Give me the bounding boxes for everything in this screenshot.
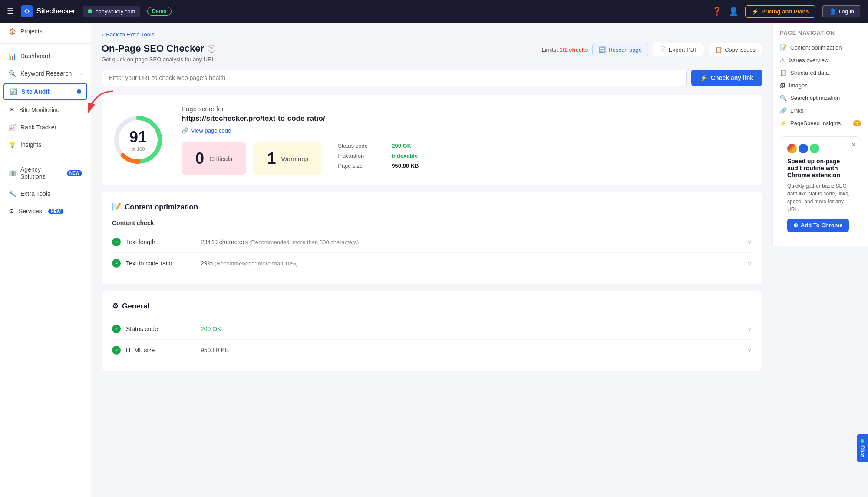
check-label: Check any link (711, 74, 753, 81)
score-of-label: of 100 (129, 146, 147, 152)
text-length-chevron-icon[interactable]: ∨ (747, 239, 752, 245)
limits-value[interactable]: 1/1 checks (560, 46, 588, 53)
keyword-research-chevron-icon: › (81, 71, 82, 76)
warnings-label: Warnings (281, 155, 308, 162)
check-brand-icon (810, 144, 819, 153)
score-number: 91 of 100 (129, 128, 147, 152)
page-nav-pagespeed[interactable]: ⚡ PageSpeed Insights 1 (780, 117, 861, 129)
sidebar-label-dashboard: Dashboard (20, 53, 50, 60)
copy-icon: 📋 (715, 46, 722, 53)
page-nav-search-optimization[interactable]: 🔍 Search optimization (780, 92, 861, 104)
sidebar-item-projects[interactable]: 🏠 Projects (0, 23, 91, 40)
url-input-row: ⚡ Check any link (102, 70, 762, 86)
logo[interactable]: Sitechecker (21, 5, 76, 17)
text-to-code-rec: (Recommended: more than 10%) (215, 260, 298, 267)
status-code-check-icon: ✓ (112, 325, 121, 333)
sidebar-item-rank-tracker[interactable]: 📈 Rank Tracker (0, 119, 91, 136)
copy-issues-button[interactable]: 📋 Copy issues (709, 43, 762, 56)
status-code-label: Status code (126, 325, 195, 332)
site-status-dot (88, 9, 92, 13)
pricing-button[interactable]: ⚡ Pricing and Plans (745, 5, 815, 18)
title-help-icon[interactable]: ? (208, 45, 215, 53)
stat-boxes: 0 Criticals 1 Warnings Status code 200 O… (182, 142, 752, 175)
dashboard-icon: 📊 (9, 53, 16, 60)
status-code-row: ✓ Status code 200 OK ∨ (112, 318, 752, 340)
logo-text: Sitechecker (36, 7, 76, 15)
html-size-row: ✓ HTML size 950.80 KB ∨ (112, 340, 752, 361)
page-nav-pagespeed-icon: ⚡ (780, 120, 787, 126)
content-optimization-title: 📝 Content optimization (112, 202, 752, 212)
page-nav-content-icon: 📝 (780, 44, 787, 51)
text-to-code-chevron-icon[interactable]: ∨ (747, 260, 752, 267)
chat-button[interactable]: Chat (857, 434, 868, 462)
export-label: Export PDF (669, 46, 698, 53)
score-details: Page score for https://sitechecker.pro/t… (182, 105, 752, 175)
projects-icon: 🏠 (9, 28, 16, 35)
login-button[interactable]: 👤 Log in (822, 5, 861, 18)
login-label: Log in (839, 8, 854, 15)
link-icon: 🔗 (182, 127, 188, 134)
services-icon: ⚙ (9, 208, 14, 215)
add-to-chrome-button[interactable]: ⊕ Add To Chrome (787, 219, 849, 232)
page-subtitle: Get quick on-page SEO analysis for any U… (102, 56, 215, 63)
status-code-chevron-icon[interactable]: ∨ (747, 325, 752, 332)
sidebar-item-dashboard[interactable]: 📊 Dashboard (0, 47, 91, 65)
page-header-left: On-Page SEO Checker ? Get quick on-page … (102, 43, 215, 63)
page-nav-images-icon: 🖼 (780, 82, 785, 89)
view-page-code-link[interactable]: 🔗 View page code (182, 127, 231, 134)
check-any-link-button[interactable]: ⚡ Check any link (691, 70, 762, 86)
chat-label: Chat (859, 445, 865, 457)
page-nav-links[interactable]: 🔗 Links (780, 104, 861, 117)
page-header: On-Page SEO Checker ? Get quick on-page … (102, 43, 762, 63)
sidebar-item-extra-tools[interactable]: 🔧 Extra Tools (0, 185, 91, 202)
export-pdf-button[interactable]: 📄 Export PDF (653, 43, 704, 56)
html-size-label: HTML size (126, 347, 195, 354)
sidebar-item-insights[interactable]: 💡 Insights (0, 136, 91, 153)
text-length-label: Text length (126, 239, 195, 245)
sidebar-label-extra-tools: Extra Tools (20, 190, 50, 197)
text-to-code-number: 29% (201, 260, 213, 267)
general-title: ⚙ General (112, 302, 752, 311)
warnings-box: 1 Warnings (253, 142, 322, 175)
extra-tools-icon: 🔧 (9, 190, 16, 197)
layout: 🏠 Projects 📊 Dashboard 🔍 Keyword Researc… (0, 23, 868, 497)
add-user-icon[interactable]: 👤 (729, 7, 738, 16)
page-nav-structured-icon: 📋 (780, 70, 787, 76)
sidebar-item-services[interactable]: ⚙ Services NEW (0, 202, 91, 220)
sidebar-item-agency-solutions[interactable]: 🏢 Agency Solutions NEW (0, 161, 91, 185)
sidebar-item-site-audit[interactable]: 🔄 Site Audit (3, 83, 87, 100)
agency-solutions-icon: 🏢 (9, 169, 16, 176)
page-nav-title: Page navigation (780, 30, 861, 36)
text-length-rec: (Recommended: more than 500 characters) (249, 239, 359, 245)
sidebar: 🏠 Projects 📊 Dashboard 🔍 Keyword Researc… (0, 23, 91, 497)
site-selector[interactable]: copywritely.com (83, 6, 141, 17)
help-icon[interactable]: ❓ (712, 7, 722, 16)
indexation-value: Indexable (392, 152, 418, 159)
chrome-brand-icon (787, 144, 797, 153)
html-size-chevron-icon[interactable]: ∨ (747, 347, 752, 354)
page-size-key: Page size (338, 162, 381, 169)
logo-icon (21, 5, 33, 17)
page-nav-panel: Page navigation 📝 Content optimization ⚠… (772, 23, 868, 246)
url-input[interactable] (102, 70, 687, 86)
sidebar-item-keyword-research[interactable]: 🔍 Keyword Research › (0, 65, 91, 82)
hamburger-menu[interactable]: ☰ (7, 7, 14, 16)
page-nav-structured-data[interactable]: 📋 Structured data (780, 66, 861, 79)
main-inner: ‹ Back to Extra Tools On-Page SEO Checke… (102, 31, 762, 371)
page-score-label: Page score for (182, 105, 752, 113)
page-nav-images[interactable]: 🖼 Images (780, 79, 861, 92)
sidebar-label-agency-solutions: Agency Solutions (20, 166, 61, 180)
sidebar-item-site-monitoring[interactable]: 👁 Site Monitoring (0, 101, 91, 119)
page-nav-issues-overview[interactable]: ⚠ Issues overview (780, 54, 861, 66)
sidebar-label-keyword-research: Keyword Research (20, 70, 72, 77)
rescan-icon: 🔄 (599, 46, 606, 53)
status-code-value: 200 OK (392, 142, 411, 149)
back-link[interactable]: Back to Extra Tools (106, 31, 154, 38)
chrome-card-close-button[interactable]: ✕ (851, 141, 856, 148)
content-optimization-title-text: Content optimization (125, 203, 198, 212)
rescan-button[interactable]: 🔄 Rescan page (592, 43, 648, 56)
page-nav-content-optimization[interactable]: 📝 Content optimization (780, 41, 861, 54)
page-nav-pagespeed-label: PageSpeed Insights (790, 120, 841, 126)
svg-point-1 (26, 10, 28, 13)
page-nav-issues-label: Issues overview (789, 57, 828, 63)
